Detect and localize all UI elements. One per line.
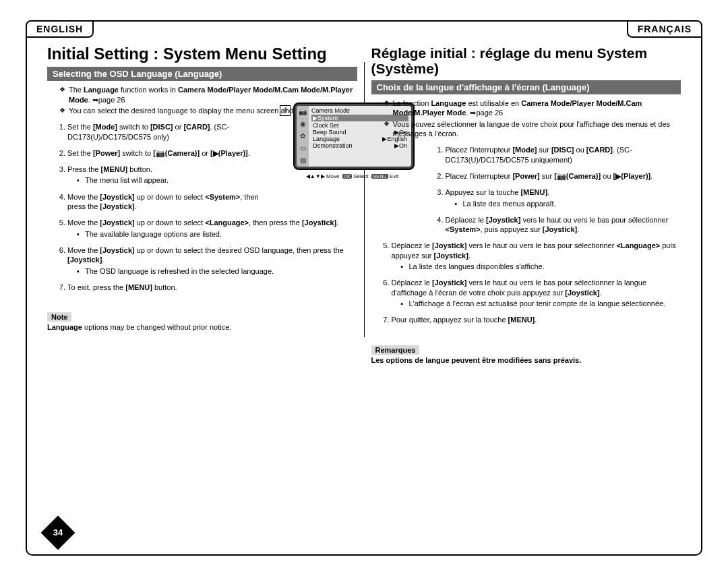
- en-step-5: Move the [Joystick] up or down to select…: [67, 218, 357, 239]
- folder-icon: ▤: [299, 156, 307, 165]
- fr-step-2: Placez l'interrupteur [Power] sur [📷(Cam…: [446, 171, 681, 181]
- en-step-3: Press the [MENU] button. The menu list w…: [67, 165, 270, 185]
- en-intro-1: The Language function works in Camera Mo…: [59, 85, 357, 105]
- manual-page: ENGLISH FRANÇAIS Initial Setting : Syste…: [26, 20, 702, 556]
- osd-callout-number: 4: [280, 105, 291, 116]
- french-column: Réglage initial : réglage du menu System…: [365, 28, 688, 364]
- fr-step-7: Pour quitter, appuyez sur la touche [MEN…: [392, 315, 681, 324]
- en-step-5-sub: The available language options are liste…: [77, 229, 357, 239]
- fr-step-1: Placez l'interrupteur [Mode] sur [DISC] …: [446, 145, 681, 165]
- fr-step-4: Déplacez le [Joystick] vers le haut ou v…: [446, 215, 681, 235]
- gear-icon: ✿: [299, 132, 307, 140]
- fr-step-5-sub: La liste des langues disponibles s'affic…: [401, 262, 681, 271]
- en-step-1: Set the [Mode] switch to [DISC] or [CARD…: [67, 122, 270, 142]
- lang-tab-francais: FRANÇAIS: [627, 20, 702, 38]
- fr-step-3-sub: La liste des menus apparaît.: [455, 199, 681, 208]
- fr-note-text: Les options de langue peuvent être modif…: [371, 356, 681, 364]
- en-step-7: To exit, press the [MENU] button.: [67, 283, 357, 292]
- english-column: Initial Setting : System Menu Setting Se…: [40, 28, 364, 364]
- en-note-text: Language options may be changed without …: [47, 323, 357, 331]
- page-number: 34: [46, 521, 70, 545]
- fr-step-3: Appuyez sur la touche [MENU]. La liste d…: [446, 187, 681, 208]
- en-step-6: Move the [Joystick] up or down to select…: [67, 245, 357, 276]
- fr-step-5: Déplacez le [Joystick] vers le haut ou v…: [392, 241, 681, 271]
- fr-note-label: Remarques: [371, 345, 420, 355]
- fr-step-6-sub: L'affichage à l'écran est actualisé pour…: [401, 299, 681, 308]
- card-icon: ▭: [299, 144, 307, 152]
- en-step-4: Move the [Joystick] up or down to select…: [67, 192, 270, 212]
- lang-tab-english: ENGLISH: [26, 20, 94, 38]
- fr-step-6: Déplacez le [Joystick] vers le haut ou v…: [392, 278, 681, 308]
- camera-icon: 📷: [299, 108, 307, 116]
- en-step-6-sub: The OSD language is refreshed in the sel…: [77, 266, 357, 276]
- en-step-2: Set the [Power] switch to [📷(Camera)] or…: [67, 148, 270, 158]
- fr-intro-2: Vous pouvez sélectionner la langue de vo…: [384, 119, 681, 139]
- en-title: Initial Setting : System Menu Setting: [47, 45, 357, 63]
- en-note-label: Note: [47, 312, 71, 322]
- fr-subhead: Choix de la langue d'affichage à l'écran…: [371, 80, 681, 94]
- en-step-3-sub: The menu list will appear.: [77, 175, 270, 185]
- en-subhead: Selecting the OSD Language (Language): [47, 67, 357, 81]
- disc-icon: ◉: [299, 120, 307, 128]
- fr-intro-1: La fonction Language est utilisable en C…: [384, 98, 681, 118]
- osd-side-icons: 📷 ◉ ✿ ▭ ▤: [297, 106, 309, 167]
- fr-title: Réglage initial : réglage du menu System…: [371, 45, 681, 76]
